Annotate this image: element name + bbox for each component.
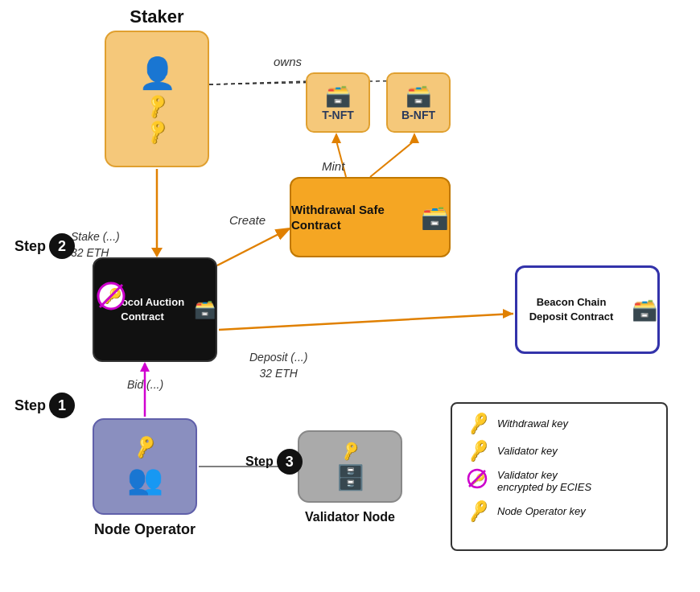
staker-title: Staker	[105, 6, 209, 27]
nodeop-person-icon: 👥	[127, 462, 163, 496]
legend-withdrawal-key-label: Withdrawal key	[497, 417, 568, 430]
step3-text: Step	[245, 454, 274, 469]
legend-nodeop-key-icon: 🔑	[463, 498, 492, 524]
step1-label: Step 1	[14, 393, 75, 418]
mint-label: Mint	[322, 159, 344, 173]
staker-box: 👤 🔑 🔑	[105, 31, 209, 167]
slashed-key-on-protocol: 🔑	[97, 282, 126, 316]
withdrawal-text: Withdrawal Safe Contract	[291, 202, 414, 233]
step3-label: Step 3	[245, 449, 303, 475]
node-operator-label: Node Operator	[80, 521, 209, 538]
legend-item-withdrawal-key: 🔑 Withdrawal key	[465, 413, 653, 433]
legend-nodeop-key-label: Node Operator key	[497, 505, 586, 517]
legend-item-nodeop-key: 🔑 Node Operator key	[465, 501, 653, 520]
diagram-container: Staker 👤 🔑 🔑 owns 🗃️ T-NFT 🗃️ B-NFT Mint…	[0, 0, 700, 592]
beacon-chain-box: Beacon Chain Deposit Contract 🗃️	[515, 265, 660, 354]
validator-db-icon: 🗄️	[336, 463, 365, 491]
bnft-label: B-NFT	[401, 109, 435, 121]
validator-key-icon: 🔑	[142, 117, 171, 146]
bnft-icon: 🗃️	[406, 84, 431, 109]
withdrawal-safe-box: Withdrawal Safe Contract 🗃️	[290, 177, 451, 257]
svg-marker-10	[151, 248, 163, 257]
withdrawal-doc-icon: 🗃️	[421, 204, 449, 231]
svg-marker-12	[503, 309, 513, 319]
tnft-icon: 🗃️	[325, 84, 351, 109]
svg-marker-7	[410, 133, 419, 143]
svg-marker-5	[331, 133, 341, 143]
nodeop-key-icon: 🔑	[131, 434, 159, 461]
legend-item-validator-key: 🔑 Validator key	[465, 441, 653, 460]
legend-validator-key-label: Validator key	[497, 445, 558, 457]
beacon-doc-icon: 🗃️	[632, 298, 657, 323]
step1-circle: 1	[49, 393, 75, 418]
bid-label: Bid (...)	[127, 378, 163, 391]
svg-line-6	[370, 141, 414, 177]
no-key-icon: 🔑	[97, 282, 126, 310]
create-label: Create	[229, 213, 266, 227]
bnft-box: 🗃️ B-NFT	[386, 72, 451, 133]
owns-label: owns	[274, 55, 302, 68]
tnft-label: T-NFT	[322, 109, 354, 121]
svg-line-8	[217, 229, 288, 265]
legend-encrypted-icon: 🔑	[465, 468, 489, 493]
step2-label: Step 2	[14, 233, 75, 259]
svg-text:🔑: 🔑	[104, 287, 122, 305]
legend-box: 🔑 Withdrawal key 🔑 Validator key 🔑 Valid…	[451, 402, 668, 551]
person-icon: 👤	[138, 56, 176, 91]
svg-marker-14	[140, 362, 150, 372]
step1-text: Step	[14, 397, 46, 414]
validator-node-label: Validator Node	[286, 510, 414, 524]
step2-circle: 2	[49, 233, 75, 259]
legend-encrypted-label: Validator keyencrypted by ECIES	[497, 469, 591, 493]
step3-circle: 3	[277, 449, 303, 475]
validator-node-box: 🔑 🗄️	[298, 430, 402, 503]
beacon-text: Beacon Chain Deposit Contract	[517, 295, 625, 323]
no-key-small-icon: 🔑	[467, 468, 488, 489]
legend-item-encrypted-key: 🔑 Validator keyencrypted by ECIES	[465, 468, 653, 493]
legend-key-dark-icon: 🔑	[463, 438, 492, 464]
deposit-label: Deposit (...) 32 ETH	[249, 350, 307, 381]
stake-label: Stake (...) 32 ETH	[71, 229, 120, 261]
node-operator-box: 🔑 👥	[93, 418, 197, 515]
legend-key-pink-icon: 🔑	[463, 410, 492, 437]
step2-text: Step	[14, 238, 46, 255]
validator-key-sm-icon: 🔑	[339, 439, 361, 462]
svg-line-11	[219, 314, 513, 330]
withdrawal-key-icon: 🔑	[142, 92, 171, 121]
tnft-box: 🗃️ T-NFT	[306, 72, 370, 133]
protocol-doc-icon: 🗃️	[194, 299, 216, 320]
